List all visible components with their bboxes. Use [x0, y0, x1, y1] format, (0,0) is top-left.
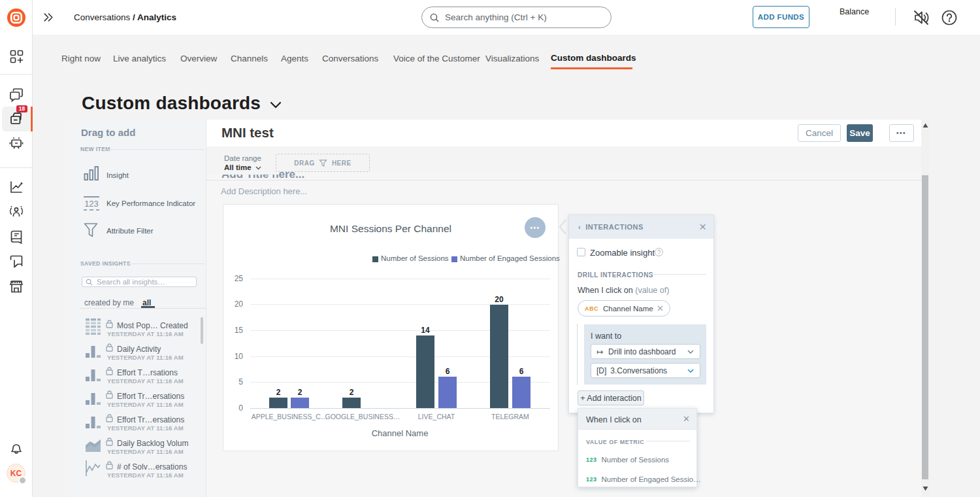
svg-text:123: 123 — [84, 199, 99, 209]
